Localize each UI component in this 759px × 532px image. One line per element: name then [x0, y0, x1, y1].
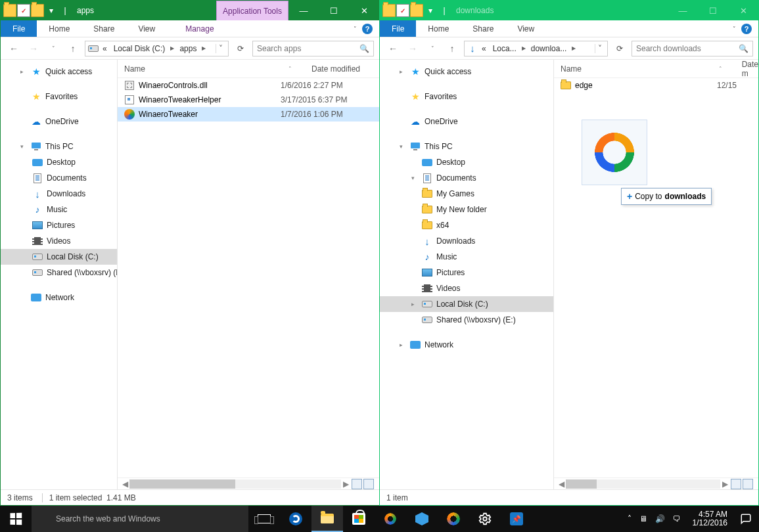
hscrollbar[interactable]: ◀▶ [554, 477, 758, 489]
nav-videos[interactable]: Videos [1, 233, 117, 249]
ribbon-file[interactable]: File [1, 20, 37, 37]
col-date[interactable]: Date modified [311, 64, 379, 74]
context-tab-application-tools[interactable]: Application Tools [216, 1, 288, 20]
chevron-right-icon[interactable]: ▶ [169, 45, 175, 51]
nav-pictures[interactable]: Pictures [1, 217, 117, 233]
breadcrumb[interactable]: « Local Disk (C:) ▶ apps ▶ ˅ [85, 41, 229, 56]
folder-icon[interactable] [3, 4, 16, 17]
nav-shared-drive[interactable]: Shared (\\vboxsrv) (E:) [1, 265, 117, 280]
ribbon-share[interactable]: Share [461, 20, 505, 37]
tray-volume-icon[interactable]: 🔊 [655, 514, 665, 523]
view-large-icon[interactable] [363, 479, 374, 489]
refresh-button[interactable]: ⟳ [233, 41, 248, 56]
search-input[interactable]: Search downloads 🔍 [632, 41, 753, 56]
nav-forward-button[interactable]: → [405, 41, 421, 56]
ribbon-view[interactable]: View [505, 20, 546, 37]
help-icon[interactable]: ? [362, 24, 373, 34]
col-name[interactable]: Name [124, 64, 288, 74]
ribbon-file[interactable]: File [380, 20, 416, 37]
breadcrumb-seg[interactable]: downloa... [528, 44, 570, 53]
nav-doc-sub[interactable]: My New folder [380, 202, 553, 217]
ribbon-home[interactable]: Home [37, 20, 81, 37]
system-tray[interactable]: ˄ 🖥 🔊 🗨 [621, 514, 687, 523]
hscrollbar[interactable]: ◀▶ [118, 477, 379, 489]
task-misc-1[interactable] [375, 506, 406, 532]
col-date[interactable]: Date m [742, 60, 758, 78]
nav-network[interactable]: ▸Network [380, 337, 553, 353]
nav-music[interactable]: ♪Music [1, 202, 117, 217]
address-history-button[interactable]: ˅ [216, 44, 225, 53]
checkbox-icon[interactable]: ✓ [17, 4, 30, 17]
task-view-button[interactable] [248, 506, 280, 532]
minimize-button[interactable]: — [288, 1, 319, 20]
nav-documents[interactable]: ▾Documents [380, 170, 553, 186]
qat-more-icon[interactable]: ▾ [424, 4, 437, 17]
nav-quick-access[interactable]: ▸★Quick access [380, 64, 553, 79]
breadcrumb-seg[interactable]: Local Disk (C:) [111, 44, 168, 53]
nav-favorites[interactable]: ★Favorites [1, 89, 117, 104]
ribbon-collapse-icon[interactable]: ˅ [733, 26, 736, 32]
nav-documents[interactable]: Documents [1, 170, 117, 186]
breadcrumb-seg[interactable]: « [100, 44, 110, 53]
qat-more-icon[interactable]: ▾ [45, 4, 58, 17]
nav-back-button[interactable]: ← [385, 41, 401, 56]
nav-music[interactable]: ♪Music [380, 249, 553, 265]
nav-doc-sub[interactable]: My Games [380, 186, 553, 202]
col-name[interactable]: Name [561, 64, 719, 74]
nav-forward-button[interactable]: → [26, 41, 41, 56]
nav-pictures[interactable]: Pictures [380, 265, 553, 280]
view-details-icon[interactable] [731, 479, 741, 489]
nav-downloads[interactable]: ↓Downloads [380, 233, 553, 249]
chevron-right-icon[interactable]: ▶ [200, 45, 207, 51]
nav-desktop[interactable]: Desktop [1, 154, 117, 170]
ribbon-share[interactable]: Share [81, 20, 126, 37]
nav-favorites[interactable]: ★Favorites [380, 89, 553, 104]
nav-local-disk-c[interactable]: Local Disk (C:) [1, 249, 117, 265]
tray-notes-icon[interactable]: 🗨 [673, 514, 681, 523]
nav-back-button[interactable]: ← [6, 41, 22, 56]
nav-onedrive[interactable]: ☁OneDrive [1, 114, 117, 129]
address-history-button[interactable]: ˅ [595, 44, 605, 53]
task-misc-2[interactable] [406, 506, 438, 532]
nav-desktop[interactable]: Desktop [380, 154, 553, 170]
ribbon-collapse-icon[interactable]: ˅ [354, 26, 357, 32]
chevron-right-icon[interactable]: ▶ [520, 45, 527, 51]
nav-videos[interactable]: Videos [380, 280, 553, 296]
nav-pane[interactable]: ▸★Quick access ★Favorites ☁OneDrive ▾Thi… [1, 60, 118, 489]
tray-network-icon[interactable]: 🖥 [639, 514, 647, 523]
checkbox-icon[interactable]: ✓ [396, 4, 409, 17]
maximize-button[interactable]: ☐ [319, 1, 349, 20]
nav-doc-sub[interactable]: x64 [380, 217, 553, 233]
folder-icon[interactable] [31, 4, 44, 17]
start-button[interactable] [0, 506, 32, 532]
file-row[interactable]: edge 12/15 [554, 78, 758, 93]
task-pinned-app[interactable]: 📌 [501, 506, 532, 532]
maximize-button[interactable]: ☐ [698, 1, 728, 20]
folder-icon[interactable] [410, 4, 423, 17]
tray-overflow-icon[interactable]: ˄ [628, 514, 632, 523]
close-button[interactable]: ✕ [349, 1, 379, 20]
file-row[interactable]: WinaeroControls.dll 1/6/2016 2:27 PM [118, 78, 379, 93]
file-row[interactable]: WinaeroTweaker 1/7/2016 1:06 PM [118, 107, 379, 122]
view-details-icon[interactable] [352, 479, 362, 489]
search-input[interactable]: Search apps 🔍 [252, 41, 374, 56]
task-winaero-tweaker[interactable] [438, 506, 469, 532]
search-icon[interactable]: 🔍 [359, 44, 369, 53]
nav-up-button[interactable]: ↑ [444, 41, 460, 56]
column-headers[interactable]: Name ˄ Date modified [118, 60, 379, 78]
nav-this-pc[interactable]: ▾This PC [380, 139, 553, 154]
breadcrumb-seg[interactable]: apps [177, 44, 199, 53]
taskbar-search[interactable]: 🔍 Search the web and Windows [32, 506, 248, 532]
nav-downloads[interactable]: ↓Downloads [1, 186, 117, 202]
nav-shared-drive[interactable]: Shared (\\vboxsrv) (E:) [380, 312, 553, 328]
nav-quick-access[interactable]: ▸★Quick access [1, 64, 117, 79]
view-large-icon[interactable] [743, 479, 753, 489]
help-icon[interactable]: ? [741, 24, 752, 34]
minimize-button[interactable]: — [668, 1, 698, 20]
nav-onedrive[interactable]: ☁OneDrive [380, 114, 553, 129]
breadcrumb-seg[interactable]: « [479, 44, 489, 53]
taskbar[interactable]: 🔍 Search the web and Windows 📌 ˄ 🖥 🔊 🗨 4… [0, 506, 759, 532]
nav-pane[interactable]: ▸★Quick access ★Favorites ☁OneDrive ▾Thi… [380, 60, 554, 489]
chevron-right-icon[interactable]: ▶ [570, 45, 577, 51]
refresh-button[interactable]: ⟳ [612, 41, 628, 56]
